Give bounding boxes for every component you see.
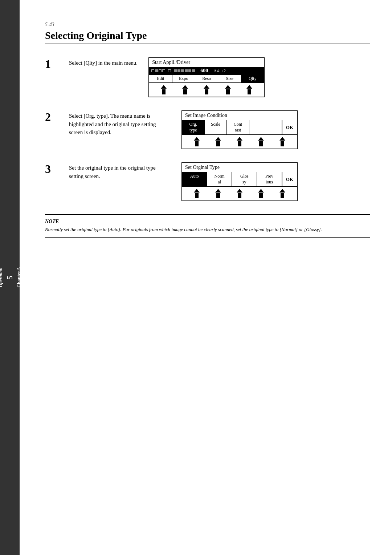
screen3-arrow-5[interactable] [279, 189, 285, 198]
icon-1 [151, 69, 154, 72]
step-2-row: 2 Select [Org. type]. The menu name is h… [45, 110, 370, 149]
screen2-arrow-3[interactable] [237, 137, 242, 146]
screen1-buttons-row: Edit Expo Reso Size Qlty [149, 75, 264, 83]
arrow-shape-3 [204, 85, 209, 89]
screen1-resolution: 600 [198, 68, 208, 74]
screen3-arrow-3[interactable] [237, 189, 242, 198]
chapter-title: Selecting Original Type [45, 30, 370, 44]
screen2-btn-empty [249, 120, 282, 134]
screen3-btn-previous[interactable]: Previous [257, 172, 282, 186]
screen3-title: Set Orginal Type [182, 163, 297, 172]
screen1-btn-expo[interactable]: Expo [172, 75, 195, 82]
step-3-text: Set the original type in the original ty… [69, 164, 171, 180]
step-1-row: 1 Select [Qlty] in the main menu. Start … [45, 57, 370, 97]
screen2-btn-orgtype[interactable]: Org.type [182, 120, 205, 134]
screen2-buttons-row: Org.type Scale Contrast OK [182, 120, 297, 135]
note-title: NOTE [45, 219, 370, 224]
step-3-row: 3 Set the original type in the original … [45, 162, 370, 201]
screen1-arrow-3[interactable] [204, 85, 209, 94]
screen1-btn-size[interactable]: Size [218, 75, 241, 82]
icon-3 [159, 69, 162, 72]
icon-10 [188, 69, 191, 72]
screen2-arrow-1[interactable] [194, 137, 200, 146]
arrow-body-1 [162, 89, 166, 94]
sidebar-operation-label: Operation [0, 268, 4, 287]
screen3-arrow-1[interactable] [194, 189, 200, 198]
screen1-arrow-5[interactable] [246, 85, 252, 94]
screen3-btn-glossy[interactable]: Glossy [232, 172, 257, 186]
screen1-icons [151, 69, 195, 72]
screen2-mockup: Set Image Condition Org.type Scale Contr… [181, 110, 298, 149]
screen3-buttons-row: Auto Normal Glossy Previous OK [182, 172, 297, 187]
screen2-arrow-row [182, 135, 297, 149]
step-1-content: Select [Qlty] in the main menu. [69, 57, 138, 67]
sidebar-chapter-num: 5 [5, 276, 15, 280]
arrow-shape-1 [161, 85, 167, 89]
screen1-paper: A4 □ 2 [211, 68, 226, 74]
step-2-text: Select [Org. type]. The menu name is hig… [69, 112, 171, 137]
note-section: NOTE Normally set the original type to [… [45, 214, 370, 238]
icon-8 [181, 69, 184, 72]
main-content: 5-43 Selecting Original Type 1 Select [Q… [20, 0, 392, 555]
step-1-number: 1 [45, 58, 58, 70]
icon-7 [177, 69, 180, 72]
screen1-arrow-1[interactable] [161, 85, 167, 94]
icon-11 [192, 69, 195, 72]
screen1-btn-reso[interactable]: Reso [195, 75, 218, 82]
page-number: 5-43 [45, 22, 370, 28]
screen2-btn-contrast[interactable]: Contrast [227, 120, 249, 134]
screen1-mockup: Start Appli./Driver [148, 57, 265, 97]
screen1-btn-edit[interactable]: Edit [149, 75, 172, 82]
screen2-arrow-2[interactable] [215, 137, 221, 146]
sidebar: Operation 5 Chapter 5 [0, 0, 20, 555]
step-3-content: Set the original type in the original ty… [69, 162, 171, 180]
screen3-mockup: Set Orginal Type Auto Normal Glossy Prev… [181, 162, 298, 201]
screen1-arrow-4[interactable] [225, 85, 231, 94]
step-3-number: 3 [45, 163, 58, 175]
screen1-arrow-2[interactable] [182, 85, 188, 94]
arrow-body-3 [205, 89, 208, 94]
step-1-text: Select [Qlty] in the main menu. [69, 59, 138, 67]
screen2-arrow-5[interactable] [279, 137, 285, 146]
screen2-arrow-4[interactable] [258, 137, 264, 146]
arrow-body-2 [183, 89, 187, 94]
arrow-body-4 [226, 89, 230, 94]
arrow-shape-2 [182, 85, 188, 89]
screen3-ok-btn[interactable]: OK [282, 172, 297, 186]
arrow-shape-4 [225, 85, 231, 89]
screen2-btn-scale[interactable]: Scale [205, 120, 227, 134]
arrow-body-5 [248, 89, 251, 94]
screen1-title: Start Appli./Driver [149, 58, 264, 67]
arrow-shape-5 [246, 85, 252, 89]
note-text: Normally set the original type to [Auto]… [45, 226, 370, 233]
icon-4 [162, 69, 165, 72]
step-2-number: 2 [45, 111, 58, 123]
screen3-arrow-4[interactable] [258, 189, 264, 198]
screen3-arrow-row [182, 187, 297, 200]
icon-2 [155, 69, 158, 72]
screen3-btn-auto[interactable]: Auto [182, 172, 207, 186]
icon-5 [168, 69, 171, 72]
screen3-arrow-2[interactable] [215, 189, 221, 198]
screen1-arrow-row [149, 83, 264, 97]
icon-6 [174, 69, 177, 72]
screen2-title: Set Image Condition [182, 111, 297, 120]
screen3-btn-normal[interactable]: Normal [207, 172, 232, 186]
screen2-ok-btn[interactable]: OK [282, 120, 297, 134]
sidebar-label: Operation 5 Chapter 5 [0, 267, 22, 288]
screen1-btn-qlty[interactable]: Qlty [241, 75, 264, 82]
screen1-status-row: 600 A4 □ 2 [149, 67, 264, 75]
icon-9 [185, 69, 188, 72]
step-2-content: Select [Org. type]. The menu name is hig… [69, 110, 171, 137]
